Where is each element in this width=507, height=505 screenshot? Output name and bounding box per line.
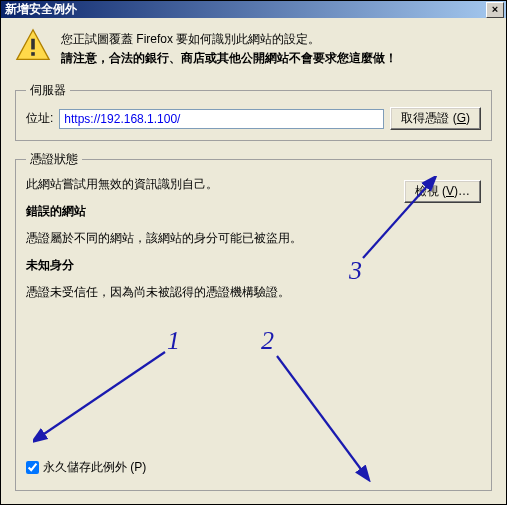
- permanent-exception-label: 永久儲存此例外 (P): [43, 459, 146, 476]
- warning-line1: 您正試圖覆蓋 Firefox 要如何識別此網站的設定。: [61, 30, 397, 49]
- status-fieldset: 憑證狀態 此網站嘗試用無效的資訊識別自己。 檢視 (V)… 錯誤的網站 憑證屬於…: [15, 151, 492, 491]
- get-certificate-button[interactable]: 取得憑證 (G): [390, 107, 481, 130]
- server-row: 位址: 取得憑證 (G): [26, 107, 481, 130]
- warning-icon: [15, 28, 51, 62]
- close-button[interactable]: ×: [486, 2, 504, 18]
- view-certificate-button[interactable]: 檢視 (V)…: [404, 180, 481, 203]
- url-input[interactable]: [59, 109, 384, 129]
- titlebar: 新增安全例外 ×: [1, 1, 506, 18]
- svg-rect-1: [31, 39, 35, 50]
- warning-text: 您正試圖覆蓋 Firefox 要如何識別此網站的設定。 請注意，合法的銀行、商店…: [61, 28, 397, 68]
- unknown-identity-text: 憑證未受信任，因為尚未被認得的憑證機構驗證。: [26, 284, 481, 301]
- dialog-window: 新增安全例外 × 您正試圖覆蓋 Firefox 要如何識別此網站的設定。 請注意…: [0, 0, 507, 505]
- status-body: 此網站嘗試用無效的資訊識別自己。 檢視 (V)… 錯誤的網站 憑證屬於不同的網站…: [26, 176, 481, 476]
- server-legend: 伺服器: [26, 82, 70, 99]
- wrong-site-title: 錯誤的網站: [26, 203, 481, 220]
- status-legend: 憑證狀態: [26, 151, 82, 168]
- permanent-exception-checkbox[interactable]: [26, 461, 39, 474]
- warning-line2: 請注意，合法的銀行、商店或其他公開網站不會要求您這麼做！: [61, 49, 397, 68]
- wrong-site-text: 憑證屬於不同的網站，該網站的身分可能已被盜用。: [26, 230, 481, 247]
- server-fieldset: 伺服器 位址: 取得憑證 (G): [15, 82, 492, 141]
- location-label: 位址:: [26, 110, 53, 127]
- unknown-identity-title: 未知身分: [26, 257, 481, 274]
- window-title: 新增安全例外: [5, 1, 486, 18]
- dialog-content: 您正試圖覆蓋 Firefox 要如何識別此網站的設定。 請注意，合法的銀行、商店…: [1, 18, 506, 505]
- permanent-exception-row[interactable]: 永久儲存此例外 (P): [26, 459, 146, 476]
- dialog-buttons: 確認安全例外 (C) 取消: [15, 501, 492, 505]
- svg-rect-2: [31, 52, 35, 56]
- warning-row: 您正試圖覆蓋 Firefox 要如何識別此網站的設定。 請注意，合法的銀行、商店…: [15, 28, 492, 68]
